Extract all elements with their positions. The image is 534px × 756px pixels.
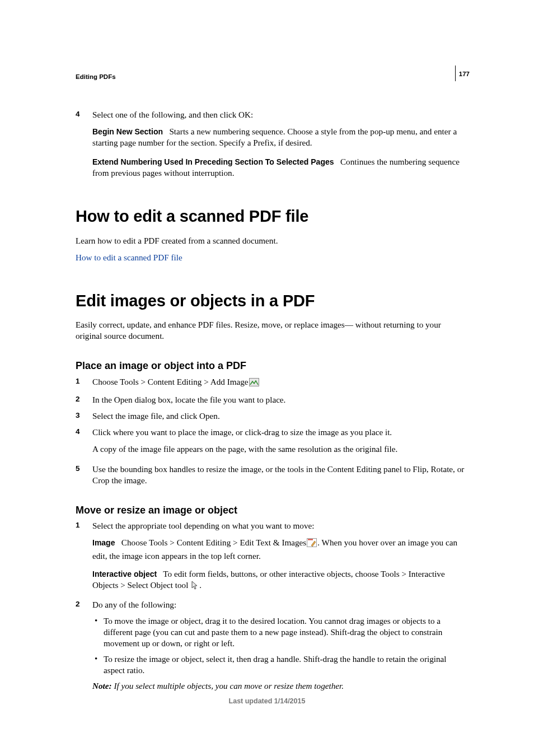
list-item: 2 In the Open dialog box, locate the fil…	[76, 394, 467, 405]
page-content: 177 Editing PDFs 4 Select one of the fol…	[0, 0, 534, 756]
term-label: Extend Numbering Used In Preceding Secti…	[92, 157, 334, 166]
move-steps: 1 Select the appropriate tool depending …	[76, 520, 467, 692]
list-number: 2	[76, 599, 80, 609]
list-text: In the Open dialog box, locate the file …	[92, 395, 285, 404]
list-item: 5 Use the bounding box handles to resize…	[76, 464, 467, 486]
add-image-icon	[249, 378, 259, 389]
sub-paragraph: A copy of the image file appears on the …	[76, 444, 467, 455]
edit-text-images-icon	[307, 538, 317, 550]
definition-block: Begin New Section Starts a new numbering…	[76, 126, 467, 148]
list-text: Select one of the following, and then cl…	[92, 110, 253, 119]
continued-list: 4 Select one of the following, and then …	[76, 109, 467, 179]
definition-block: Image Choose Tools > Content Editing > E…	[76, 537, 467, 561]
list-number: 3	[76, 410, 80, 421]
list-item: 3 Select the image file, and click Open.	[76, 410, 467, 422]
list-item: 1 Select the appropriate tool depending …	[76, 520, 467, 531]
running-header: Editing PDFs	[76, 73, 467, 81]
subheading-place: Place an image or object into a PDF	[76, 360, 467, 373]
heading-edit-images: Edit images or objects in a PDF	[76, 290, 467, 311]
list-text: Do any of the following:	[92, 600, 176, 609]
page-number: 177	[459, 71, 470, 77]
paragraph: How to edit a scanned PDF file	[76, 252, 467, 263]
paragraph: Learn how to edit a PDF created from a s…	[76, 235, 467, 246]
footer: Last updated 1/14/2015	[0, 697, 534, 706]
list-item: 4 Click where you want to place the imag…	[76, 427, 467, 438]
list-number: 5	[76, 464, 80, 474]
list-number: 2	[76, 394, 80, 404]
list-number: 1	[76, 520, 80, 530]
list-text: Select the appropriate tool depending on…	[92, 521, 314, 530]
definition-block: Interactive object To edit form fields, …	[76, 568, 467, 592]
list-text: Use the bounding box handles to resize t…	[92, 464, 464, 485]
list-item: 2 Do any of the following:	[76, 599, 467, 610]
list-text: Choose Tools > Content Editing > Add Ima…	[92, 377, 260, 386]
list-item: 4 Select one of the following, and then …	[76, 109, 467, 120]
note-label: Note:	[92, 681, 112, 690]
bullet-item: To resize the image or object, select it…	[76, 654, 467, 676]
term-label: Begin New Section	[92, 127, 163, 136]
list-text: Click where you want to place the image,…	[92, 427, 392, 437]
svg-rect-0	[249, 379, 259, 386]
list-number: 1	[76, 376, 80, 386]
paragraph: Easily correct, update, and enhance PDF …	[76, 319, 467, 342]
term-text	[117, 538, 121, 547]
list-text: Select the image file, and click Open.	[92, 411, 220, 421]
note: Note: If you select multiple objects, yo…	[76, 680, 467, 692]
definition-block: Extend Numbering Used In Preceding Secti…	[76, 156, 467, 179]
list-number: 4	[76, 109, 80, 119]
select-object-tool-icon	[191, 581, 199, 592]
bullet-list: To move the image or object, drag it to …	[76, 615, 467, 676]
heading-scanned: How to edit a scanned PDF file	[76, 206, 467, 227]
svg-rect-2	[308, 539, 313, 540]
list-item: 1 Choose Tools > Content Editing > Add I…	[76, 376, 467, 389]
subheading-move: Move or resize an image or object	[76, 504, 467, 517]
page-number-box: 177	[455, 66, 470, 81]
link-scanned-pdf[interactable]: How to edit a scanned PDF file	[76, 253, 182, 262]
place-steps: 1 Choose Tools > Content Editing > Add I…	[76, 376, 467, 486]
term-label: Interactive object	[92, 570, 157, 578]
term-label: Image	[92, 538, 115, 547]
term-description	[336, 157, 340, 166]
bullet-item: To move the image or object, drag it to …	[76, 615, 467, 649]
list-number: 4	[76, 427, 80, 437]
